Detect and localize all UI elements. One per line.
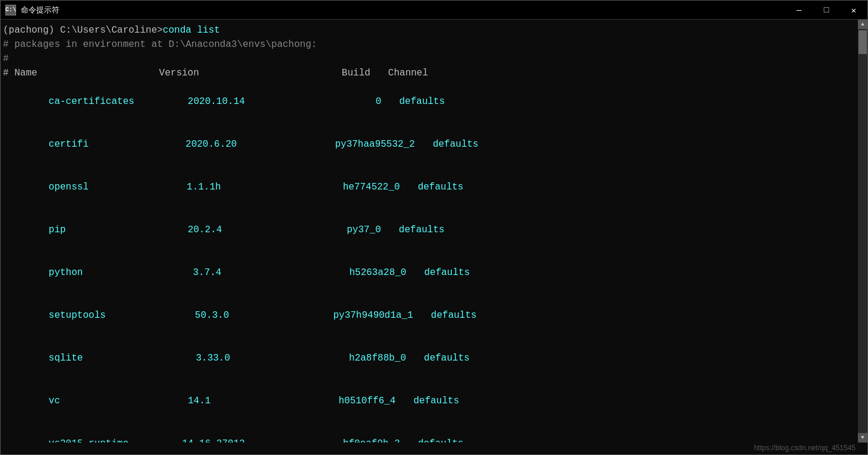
table-header: # NameVersionBuildChannel: [3, 66, 856, 80]
scrollbar: ▲ ▼: [858, 20, 867, 443]
table-row: openssl1.1.1hhe774522_0defaults: [3, 166, 856, 208]
table-row: sqlite3.33.0h2a8f88b_0defaults: [3, 337, 856, 380]
window-title: 命令提示符: [21, 5, 59, 15]
terminal[interactable]: (pachong) C:\Users\Caroline>conda list #…: [1, 20, 858, 443]
bottom-bar: https://blog.csdn.net/qq_451545: [1, 443, 867, 454]
table-row: vc14.1h0510ff6_4defaults: [3, 380, 856, 422]
window: C:\ 命令提示符 — □ ✕ (pachong) C:\Users\Carol…: [0, 0, 868, 455]
scrollbar-up-button[interactable]: ▲: [858, 20, 867, 29]
watermark-text: https://blog.csdn.net/qq_451545: [754, 444, 856, 452]
scrollbar-thumb[interactable]: [858, 30, 867, 54]
table-row: setuptools50.3.0py37h9490d1a_1defaults: [3, 294, 856, 337]
window-controls: — □ ✕: [785, 1, 867, 20]
minimize-button[interactable]: —: [785, 1, 813, 20]
comment-line-2: #: [3, 52, 856, 66]
scrollbar-track[interactable]: [858, 29, 867, 433]
app-icon: C:\: [5, 5, 16, 15]
table-row: pip20.2.4py37_0defaults: [3, 208, 856, 251]
table-row: certifi2020.6.20py37haa95532_2defaults: [3, 123, 856, 166]
scrollbar-down-button[interactable]: ▼: [858, 433, 867, 443]
table-row: python3.7.4h5263a28_0defaults: [3, 251, 856, 294]
command-line: (pachong) C:\Users\Caroline>conda list: [3, 23, 856, 37]
titlebar: C:\ 命令提示符 — □ ✕: [1, 1, 867, 20]
table-row: ca-certificates2020.10.140defaults: [3, 80, 856, 123]
content-area: (pachong) C:\Users\Caroline>conda list #…: [1, 20, 867, 443]
maximize-button[interactable]: □: [813, 1, 840, 20]
close-button[interactable]: ✕: [840, 1, 867, 20]
table-row: vs2015_runtime14.16.27012hf0eaf9b_3defau…: [3, 422, 856, 443]
comment-line-1: # packages in environment at D:\Anaconda…: [3, 37, 856, 52]
